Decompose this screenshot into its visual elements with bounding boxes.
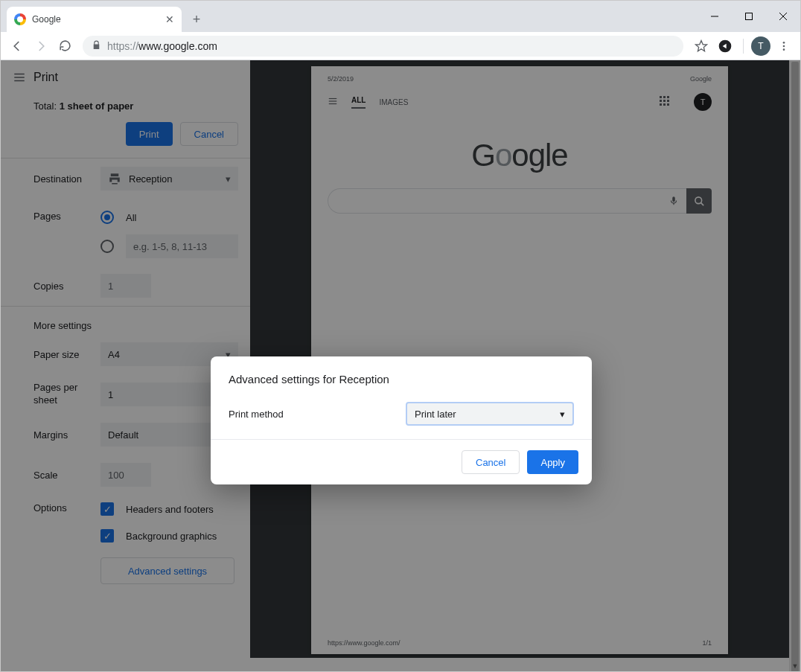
modal-cancel-button[interactable]: Cancel bbox=[462, 450, 520, 474]
url-scheme: https:// bbox=[107, 40, 138, 52]
window-minimize-button[interactable] bbox=[698, 1, 732, 32]
svg-point-7 bbox=[783, 45, 785, 47]
window-close-button[interactable] bbox=[766, 1, 800, 32]
new-tab-button[interactable]: + bbox=[186, 9, 207, 30]
bookmark-star-icon[interactable] bbox=[691, 36, 712, 57]
print-method-select[interactable]: Print later ▾ bbox=[406, 402, 574, 426]
nav-reload-button[interactable] bbox=[54, 36, 75, 57]
window-maximize-button[interactable] bbox=[732, 1, 766, 32]
lock-icon bbox=[92, 40, 101, 52]
tab-title: Google bbox=[32, 14, 61, 25]
content-area: Print Total: 1 sheet of paper Print Canc… bbox=[1, 60, 800, 671]
caret-down-icon: ▾ bbox=[560, 409, 565, 420]
svg-point-6 bbox=[783, 42, 785, 44]
google-favicon bbox=[14, 13, 26, 25]
nav-forward-button[interactable] bbox=[31, 36, 51, 57]
browser-toolbar: https://www.google.com T bbox=[1, 32, 800, 60]
modal-apply-button[interactable]: Apply bbox=[527, 450, 578, 474]
browser-tab[interactable]: Google ✕ bbox=[7, 7, 182, 32]
tab-close-icon[interactable]: ✕ bbox=[165, 13, 174, 25]
nav-back-button[interactable] bbox=[7, 36, 28, 57]
print-method-label: Print method bbox=[229, 409, 406, 420]
toolbar-separator bbox=[743, 39, 744, 54]
modal-title: Advanced settings for Reception bbox=[229, 373, 574, 385]
address-bar[interactable]: https://www.google.com bbox=[83, 36, 683, 57]
profile-avatar[interactable]: T bbox=[751, 36, 770, 56]
window-titlebar: Google ✕ + bbox=[1, 1, 800, 32]
svg-rect-1 bbox=[746, 13, 753, 20]
chrome-menu-icon[interactable] bbox=[773, 36, 794, 57]
extension-icon[interactable] bbox=[715, 36, 735, 57]
svg-point-8 bbox=[783, 48, 785, 51]
svg-marker-4 bbox=[696, 40, 707, 51]
url-host: www.google.com bbox=[138, 40, 217, 52]
advanced-settings-modal: Advanced settings for Reception Print me… bbox=[211, 356, 592, 484]
window-controls bbox=[698, 1, 800, 32]
